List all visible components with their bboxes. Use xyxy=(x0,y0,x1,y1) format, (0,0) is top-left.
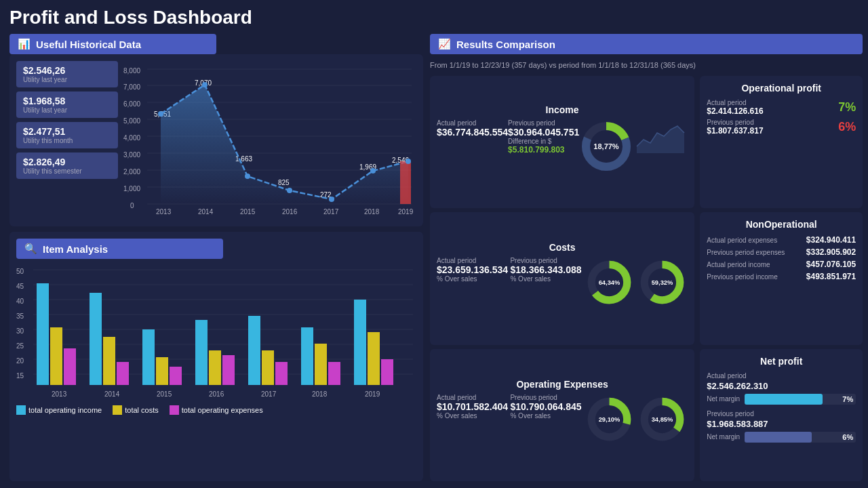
income-card: Income Actual period $36.774.845.554 Pre… xyxy=(430,76,694,208)
svg-text:2018: 2018 xyxy=(364,208,380,216)
svg-text:34,85%: 34,85% xyxy=(652,416,673,423)
svg-text:825: 825 xyxy=(278,179,290,186)
svg-rect-65 xyxy=(170,367,182,385)
svg-text:25: 25 xyxy=(16,342,24,350)
costs-card: Costs Actual period $23.659.136.534 % Ov… xyxy=(430,212,694,344)
item-analysis-header: 🔍 Item Analysis xyxy=(16,239,223,259)
historical-content: $2.546,26 Utility last year $1.968,58 Ut… xyxy=(9,54,423,226)
svg-text:40: 40 xyxy=(16,298,24,305)
legend-income: total operating income xyxy=(16,405,102,415)
right-panel: 📈 Results Comparison From 1/1/19 to 12/2… xyxy=(430,34,863,481)
svg-text:2017: 2017 xyxy=(261,390,277,398)
svg-text:2019: 2019 xyxy=(365,390,380,398)
legend-costs: total costs xyxy=(113,405,159,415)
stat-card-2: $2.477,51 Utility this month xyxy=(16,122,118,148)
income-top-row: Actual period $36.774.845.554 Previous p… xyxy=(437,119,688,176)
svg-point-37 xyxy=(287,188,292,193)
svg-text:35: 35 xyxy=(16,312,24,320)
svg-text:2016: 2016 xyxy=(282,208,298,216)
costs-donut-actual: 64,34% xyxy=(584,257,635,310)
svg-rect-63 xyxy=(142,329,155,385)
svg-rect-75 xyxy=(354,300,366,385)
bar-chart-icon: 📊 xyxy=(18,38,31,50)
legend-color-costs xyxy=(113,405,122,415)
op-prev-row: Previous period $1.807.637.817 6% xyxy=(707,119,856,136)
line-chart: 8,000 7,000 6,000 5,000 4,000 3,000 xyxy=(123,61,415,217)
net-bar-inner-1 xyxy=(745,394,823,405)
svg-text:2,000: 2,000 xyxy=(123,168,140,176)
svg-rect-57 xyxy=(37,283,49,385)
metrics-column: Income Actual period $36.774.845.554 Pre… xyxy=(430,76,694,481)
svg-text:2017: 2017 xyxy=(323,208,339,216)
legend-color-income xyxy=(16,405,26,415)
opex-right: Previous period $10.790.064.845 % Over s… xyxy=(510,394,581,447)
item-analysis-section: 🔍 Item Analysis 50 45 40 35 30 xyxy=(9,232,423,481)
item-analysis-chart: 50 45 40 35 30 25 20 15 xyxy=(16,264,416,400)
nonop-row-0: Actual period expenses $324.940.411 xyxy=(707,235,856,245)
svg-point-40 xyxy=(406,159,411,164)
opex-left: Actual period $10.701.582.404 % Over sal… xyxy=(437,394,508,447)
svg-rect-69 xyxy=(248,316,260,385)
svg-rect-66 xyxy=(195,320,208,385)
svg-text:4,000: 4,000 xyxy=(123,134,140,142)
results-content: Income Actual period $36.774.845.554 Pre… xyxy=(430,76,863,481)
svg-text:20: 20 xyxy=(16,357,24,365)
net-bar-inner-2 xyxy=(745,432,811,443)
opex-top-row: Actual period $10.701.582.404 % Over sal… xyxy=(437,394,688,447)
svg-text:18,77%: 18,77% xyxy=(594,142,620,150)
svg-text:2014: 2014 xyxy=(104,390,120,398)
info-panel: Operational profit Actual period $2.414.… xyxy=(700,76,863,481)
svg-rect-62 xyxy=(117,362,129,385)
svg-text:59,32%: 59,32% xyxy=(652,280,673,287)
legend-opex: total operating expenses xyxy=(170,405,263,415)
costs-donut-prev: 59,32% xyxy=(637,257,688,310)
results-subtitle: From 1/1/19 to 12/23/19 (357 days) vs pe… xyxy=(430,60,863,70)
svg-text:6,000: 6,000 xyxy=(123,100,140,108)
historical-section: 📊 Useful Historical Data $2.546,26 Utili… xyxy=(9,34,423,226)
svg-point-36 xyxy=(245,174,250,179)
main-content: 📊 Useful Historical Data $2.546,26 Utili… xyxy=(9,34,859,481)
svg-rect-33 xyxy=(400,161,411,204)
opex-donut-prev: 34,85% xyxy=(637,394,688,447)
svg-rect-64 xyxy=(156,357,168,385)
svg-point-35 xyxy=(202,82,208,87)
svg-text:2013: 2013 xyxy=(52,390,67,398)
svg-rect-72 xyxy=(301,327,313,385)
stat-card-1: $1.968,58 Utility last year xyxy=(16,92,118,118)
svg-text:5,000: 5,000 xyxy=(123,117,140,125)
svg-rect-73 xyxy=(315,344,327,385)
income-donut: 18,77% xyxy=(579,119,633,176)
costs-left: Actual period $23.659.136.534 % Over sal… xyxy=(437,257,508,310)
svg-rect-59 xyxy=(64,348,76,385)
svg-rect-71 xyxy=(275,362,288,385)
svg-point-39 xyxy=(370,168,376,174)
svg-text:8,000: 8,000 xyxy=(123,67,140,75)
nonop-row-2: Actual period income $457.076.105 xyxy=(707,260,856,269)
net-bar-2: Net margin 6% xyxy=(707,432,856,443)
op-prev-col: Previous period $1.807.637.817 xyxy=(707,119,763,136)
net-bar-outer-1: 7% xyxy=(745,394,856,405)
dashboard: Profit and Loss Dashboard 📊 Useful Histo… xyxy=(0,0,868,488)
svg-rect-70 xyxy=(262,350,274,385)
chart-legend: total operating income total costs total… xyxy=(16,405,416,415)
results-icon: 📈 xyxy=(438,38,451,50)
historical-header: 📊 Useful Historical Data xyxy=(9,34,216,54)
line-chart-area: 8,000 7,000 6,000 5,000 4,000 3,000 xyxy=(123,61,416,220)
bar-chart: 50 45 40 35 30 25 20 15 xyxy=(16,264,416,415)
income-right: Previous period $30.964.045.751 Differen… xyxy=(508,119,579,176)
opex-donut-actual: 29,10% xyxy=(584,394,635,447)
svg-rect-61 xyxy=(103,337,115,385)
nonop-row-3: Previous period income $493.851.971 xyxy=(707,272,856,281)
svg-text:2015: 2015 xyxy=(157,390,172,398)
income-left: Actual period $36.774.845.554 xyxy=(437,119,508,176)
svg-text:2018: 2018 xyxy=(312,390,328,398)
opex-card: Operating Expenses Actual period $10.701… xyxy=(430,349,694,481)
svg-point-34 xyxy=(158,111,163,117)
svg-text:2016: 2016 xyxy=(209,390,224,398)
svg-text:29,10%: 29,10% xyxy=(599,416,620,423)
svg-text:64,34%: 64,34% xyxy=(599,280,620,287)
income-sparkline xyxy=(633,119,688,176)
stats-column: $2.546,26 Utility last year $1.968,58 Ut… xyxy=(16,61,118,220)
svg-rect-60 xyxy=(90,293,102,385)
svg-rect-77 xyxy=(381,359,393,385)
